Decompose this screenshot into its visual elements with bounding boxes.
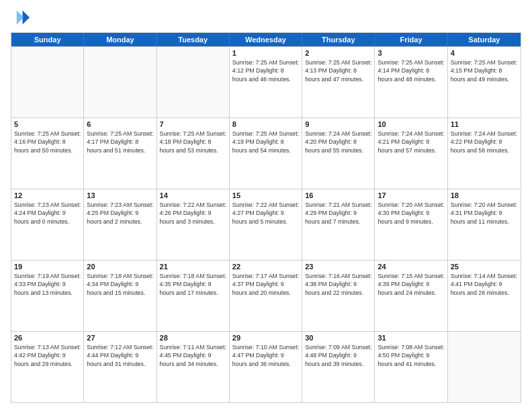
day-number: 18: [451, 191, 518, 199]
calendar-row-4: 26Sunrise: 7:13 AM Sunset: 4:42 PM Dayli…: [11, 331, 521, 402]
day-cell-empty-0-1: [84, 47, 157, 118]
day-info: Sunrise: 7:20 AM Sunset: 4:30 PM Dayligh…: [378, 201, 444, 226]
day-info: Sunrise: 7:24 AM Sunset: 4:20 PM Dayligh…: [305, 130, 371, 154]
day-number: 29: [232, 334, 299, 342]
day-cell-23: 23Sunrise: 7:16 AM Sunset: 4:38 PM Dayli…: [302, 261, 375, 331]
day-cell-30: 30Sunrise: 7:09 AM Sunset: 4:48 PM Dayli…: [302, 332, 375, 402]
day-cell-24: 24Sunrise: 7:15 AM Sunset: 4:39 PM Dayli…: [375, 261, 447, 331]
day-cell-16: 16Sunrise: 7:21 AM Sunset: 4:29 PM Dayli…: [302, 189, 375, 260]
day-cell-26: 26Sunrise: 7:13 AM Sunset: 4:42 PM Dayli…: [11, 332, 84, 402]
day-info: Sunrise: 7:16 AM Sunset: 4:38 PM Dayligh…: [305, 272, 371, 297]
day-header-tuesday: Tuesday: [157, 33, 230, 46]
day-info: Sunrise: 7:20 AM Sunset: 4:31 PM Dayligh…: [451, 201, 518, 226]
day-info: Sunrise: 7:25 AM Sunset: 4:13 PM Dayligh…: [305, 58, 371, 83]
day-info: Sunrise: 7:25 AM Sunset: 4:19 PM Dayligh…: [232, 130, 299, 154]
day-cell-2: 2Sunrise: 7:25 AM Sunset: 4:13 PM Daylig…: [302, 47, 375, 118]
day-number: 8: [232, 120, 299, 128]
day-cell-19: 19Sunrise: 7:19 AM Sunset: 4:33 PM Dayli…: [11, 261, 84, 331]
day-cell-empty-0-0: [11, 47, 84, 118]
page: SundayMondayTuesdayWednesdayThursdayFrid…: [0, 0, 532, 411]
day-number: 9: [305, 120, 371, 128]
day-cell-17: 17Sunrise: 7:20 AM Sunset: 4:30 PM Dayli…: [375, 189, 447, 260]
day-info: Sunrise: 7:22 AM Sunset: 4:27 PM Dayligh…: [232, 201, 299, 226]
day-info: Sunrise: 7:23 AM Sunset: 4:25 PM Dayligh…: [87, 201, 153, 226]
day-header-saturday: Saturday: [448, 33, 521, 46]
day-info: Sunrise: 7:11 AM Sunset: 4:45 PM Dayligh…: [160, 343, 226, 368]
calendar-row-3: 19Sunrise: 7:19 AM Sunset: 4:33 PM Dayli…: [11, 260, 521, 331]
day-number: 16: [305, 191, 371, 199]
day-cell-3: 3Sunrise: 7:25 AM Sunset: 4:14 PM Daylig…: [375, 47, 447, 118]
day-info: Sunrise: 7:25 AM Sunset: 4:15 PM Dayligh…: [451, 58, 518, 83]
day-number: 28: [160, 334, 226, 342]
day-info: Sunrise: 7:18 AM Sunset: 4:35 PM Dayligh…: [160, 272, 226, 297]
day-header-thursday: Thursday: [302, 33, 375, 46]
day-cell-31: 31Sunrise: 7:08 AM Sunset: 4:50 PM Dayli…: [375, 332, 447, 402]
day-number: 13: [87, 191, 153, 199]
day-cell-11: 11Sunrise: 7:24 AM Sunset: 4:22 PM Dayli…: [448, 118, 521, 189]
day-number: 20: [87, 263, 153, 271]
day-info: Sunrise: 7:25 AM Sunset: 4:14 PM Dayligh…: [378, 58, 444, 83]
day-info: Sunrise: 7:25 AM Sunset: 4:16 PM Dayligh…: [14, 130, 81, 154]
day-number: 31: [378, 334, 444, 342]
day-cell-22: 22Sunrise: 7:17 AM Sunset: 4:37 PM Dayli…: [230, 261, 302, 331]
header: [11, 8, 521, 27]
day-number: 25: [451, 263, 518, 271]
day-number: 24: [378, 263, 444, 271]
day-cell-25: 25Sunrise: 7:14 AM Sunset: 4:41 PM Dayli…: [448, 261, 521, 331]
day-info: Sunrise: 7:10 AM Sunset: 4:47 PM Dayligh…: [232, 343, 299, 368]
day-info: Sunrise: 7:22 AM Sunset: 4:26 PM Dayligh…: [160, 201, 226, 226]
day-cell-18: 18Sunrise: 7:20 AM Sunset: 4:31 PM Dayli…: [448, 189, 521, 260]
day-number: 5: [14, 120, 81, 128]
logo-icon: [11, 8, 30, 27]
logo: [11, 8, 32, 27]
day-number: 4: [451, 49, 518, 57]
calendar-row-2: 12Sunrise: 7:23 AM Sunset: 4:24 PM Dayli…: [11, 189, 521, 260]
day-info: Sunrise: 7:12 AM Sunset: 4:44 PM Dayligh…: [87, 343, 153, 368]
day-header-wednesday: Wednesday: [230, 33, 302, 46]
day-info: Sunrise: 7:25 AM Sunset: 4:17 PM Dayligh…: [87, 130, 153, 154]
day-cell-15: 15Sunrise: 7:22 AM Sunset: 4:27 PM Dayli…: [230, 189, 302, 260]
day-number: 12: [14, 191, 81, 199]
day-info: Sunrise: 7:24 AM Sunset: 4:21 PM Dayligh…: [378, 130, 444, 154]
day-number: 22: [232, 263, 299, 271]
day-info: Sunrise: 7:23 AM Sunset: 4:24 PM Dayligh…: [14, 201, 81, 226]
day-number: 27: [87, 334, 153, 342]
day-cell-empty-4-6: [448, 332, 521, 402]
day-info: Sunrise: 7:13 AM Sunset: 4:42 PM Dayligh…: [14, 343, 81, 368]
day-info: Sunrise: 7:14 AM Sunset: 4:41 PM Dayligh…: [451, 272, 518, 297]
day-info: Sunrise: 7:09 AM Sunset: 4:48 PM Dayligh…: [305, 343, 371, 368]
day-info: Sunrise: 7:17 AM Sunset: 4:37 PM Dayligh…: [232, 272, 299, 297]
day-number: 6: [87, 120, 153, 128]
day-cell-1: 1Sunrise: 7:25 AM Sunset: 4:12 PM Daylig…: [230, 47, 302, 118]
day-cell-12: 12Sunrise: 7:23 AM Sunset: 4:24 PM Dayli…: [11, 189, 84, 260]
day-info: Sunrise: 7:25 AM Sunset: 4:18 PM Dayligh…: [160, 130, 226, 154]
day-number: 15: [232, 191, 299, 199]
calendar-row-1: 5Sunrise: 7:25 AM Sunset: 4:16 PM Daylig…: [11, 118, 521, 189]
day-header-sunday: Sunday: [11, 33, 84, 46]
day-cell-8: 8Sunrise: 7:25 AM Sunset: 4:19 PM Daylig…: [230, 118, 302, 189]
calendar-row-0: 1Sunrise: 7:25 AM Sunset: 4:12 PM Daylig…: [11, 46, 521, 118]
day-info: Sunrise: 7:08 AM Sunset: 4:50 PM Dayligh…: [378, 343, 444, 368]
day-info: Sunrise: 7:24 AM Sunset: 4:22 PM Dayligh…: [451, 130, 518, 154]
day-header-friday: Friday: [375, 33, 447, 46]
day-info: Sunrise: 7:19 AM Sunset: 4:33 PM Dayligh…: [14, 272, 81, 297]
day-number: 26: [14, 334, 81, 342]
day-number: 11: [451, 120, 518, 128]
day-cell-6: 6Sunrise: 7:25 AM Sunset: 4:17 PM Daylig…: [84, 118, 157, 189]
day-cell-27: 27Sunrise: 7:12 AM Sunset: 4:44 PM Dayli…: [84, 332, 157, 402]
day-number: 1: [232, 49, 299, 57]
day-info: Sunrise: 7:25 AM Sunset: 4:12 PM Dayligh…: [232, 58, 299, 83]
day-number: 2: [305, 49, 371, 57]
day-cell-21: 21Sunrise: 7:18 AM Sunset: 4:35 PM Dayli…: [157, 261, 230, 331]
day-number: 17: [378, 191, 444, 199]
day-cell-4: 4Sunrise: 7:25 AM Sunset: 4:15 PM Daylig…: [448, 47, 521, 118]
day-info: Sunrise: 7:21 AM Sunset: 4:29 PM Dayligh…: [305, 201, 371, 226]
day-number: 19: [14, 263, 81, 271]
calendar-body: 1Sunrise: 7:25 AM Sunset: 4:12 PM Daylig…: [11, 46, 521, 402]
calendar-header: SundayMondayTuesdayWednesdayThursdayFrid…: [11, 33, 521, 46]
day-number: 10: [378, 120, 444, 128]
day-number: 23: [305, 263, 371, 271]
day-cell-9: 9Sunrise: 7:24 AM Sunset: 4:20 PM Daylig…: [302, 118, 375, 189]
day-number: 14: [160, 191, 226, 199]
day-cell-7: 7Sunrise: 7:25 AM Sunset: 4:18 PM Daylig…: [157, 118, 230, 189]
